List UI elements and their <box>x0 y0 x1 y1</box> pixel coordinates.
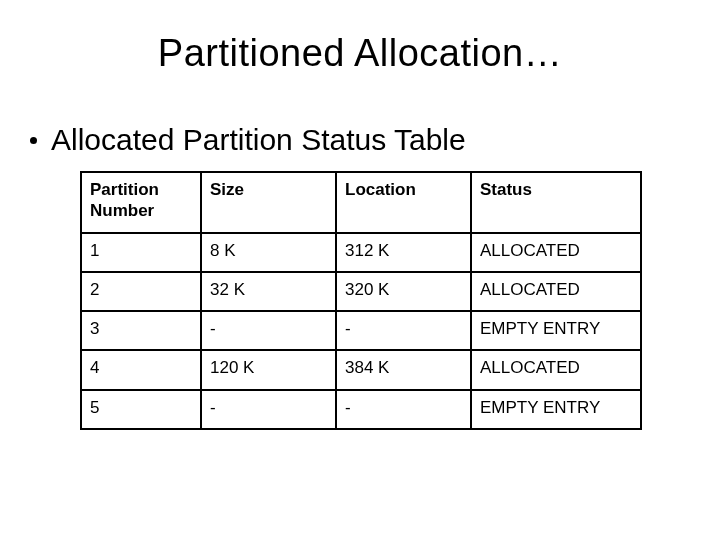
table-row: 2 32 K 320 K ALLOCATED <box>81 272 641 311</box>
col-header-partition-number: Partition Number <box>81 172 201 233</box>
cell-location: - <box>336 311 471 350</box>
cell-partition-number: 2 <box>81 272 201 311</box>
bullet-item: Allocated Partition Status Table <box>30 123 720 157</box>
cell-status: ALLOCATED <box>471 350 641 389</box>
col-header-status: Status <box>471 172 641 233</box>
cell-size: 8 K <box>201 233 336 272</box>
cell-size: 32 K <box>201 272 336 311</box>
bullet-icon <box>30 137 37 144</box>
cell-size: - <box>201 390 336 429</box>
cell-partition-number: 1 <box>81 233 201 272</box>
cell-partition-number: 5 <box>81 390 201 429</box>
table-row: 5 - - EMPTY ENTRY <box>81 390 641 429</box>
bullet-text: Allocated Partition Status Table <box>51 123 466 157</box>
table-row: 1 8 K 312 K ALLOCATED <box>81 233 641 272</box>
cell-partition-number: 4 <box>81 350 201 389</box>
col-header-location: Location <box>336 172 471 233</box>
cell-partition-number: 3 <box>81 311 201 350</box>
cell-status: ALLOCATED <box>471 233 641 272</box>
partition-status-table: Partition Number Size Location Status 1 … <box>80 171 642 430</box>
cell-status: ALLOCATED <box>471 272 641 311</box>
slide: Partitioned Allocation… Allocated Partit… <box>0 0 720 540</box>
cell-location: 384 K <box>336 350 471 389</box>
col-header-size: Size <box>201 172 336 233</box>
cell-location: 312 K <box>336 233 471 272</box>
cell-size: 120 K <box>201 350 336 389</box>
cell-location: 320 K <box>336 272 471 311</box>
slide-title: Partitioned Allocation… <box>0 0 720 75</box>
cell-status: EMPTY ENTRY <box>471 311 641 350</box>
cell-location: - <box>336 390 471 429</box>
table-container: Partition Number Size Location Status 1 … <box>80 171 720 430</box>
cell-status: EMPTY ENTRY <box>471 390 641 429</box>
table-header-row: Partition Number Size Location Status <box>81 172 641 233</box>
cell-size: - <box>201 311 336 350</box>
table-row: 3 - - EMPTY ENTRY <box>81 311 641 350</box>
table-row: 4 120 K 384 K ALLOCATED <box>81 350 641 389</box>
